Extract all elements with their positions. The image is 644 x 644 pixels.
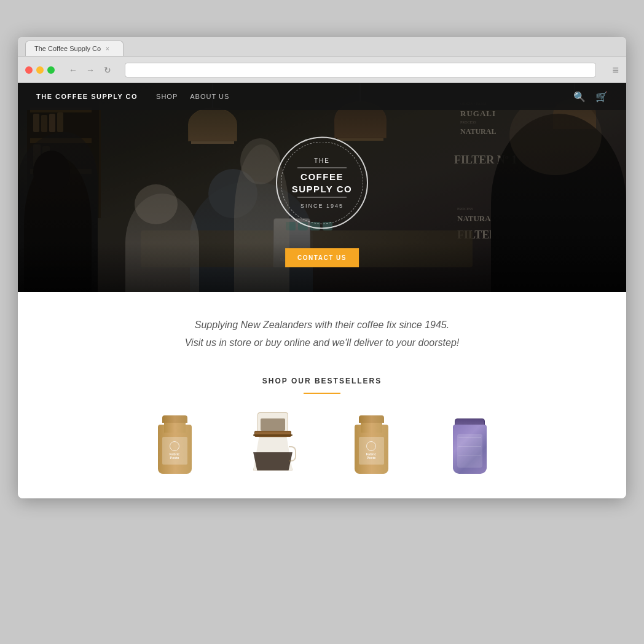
contact-us-button[interactable]: CONTACT US [285,248,359,267]
refresh-button[interactable]: ↻ [101,64,114,76]
browser-toolbar: ← → ↻ ≡ [18,57,626,83]
maximize-button[interactable] [47,66,55,74]
forward-button[interactable]: → [84,64,96,76]
site-logo[interactable]: THE COFFEE SUPPLY CO [36,93,138,100]
tab-bar: The Coffee Supply Co × [18,37,626,57]
address-bar-container [125,63,596,77]
address-bar[interactable] [125,63,596,77]
tab-close-button[interactable]: × [106,45,109,52]
tagline-section: Supplying New Zealanders with their coff… [18,292,626,364]
hero-divider-bottom [297,197,347,198]
product-bag1-image: FabricPesto [155,415,195,474]
browser-tab[interactable]: The Coffee Supply Co × [25,41,124,56]
back-button[interactable]: ← [67,64,79,76]
website-content: THE COFFEE SUPPLY CO SHOP ABOUT US 🔍 🛒 [18,83,626,498]
hero-logo-since: SINCE 1945 [300,203,344,209]
bestsellers-underline [304,393,340,394]
search-icon[interactable]: 🔍 [573,91,586,103]
cart-icon[interactable]: 🛒 [595,91,608,103]
hero-divider-top [297,168,347,168]
hero-logo-brand: COFFEESUPPLY CO [292,171,353,195]
site-navigation: THE COFFEE SUPPLY CO SHOP ABOUT US 🔍 🛒 [18,83,626,110]
product-item-bag1[interactable]: FabricPesto [138,415,211,474]
browser-menu-icon[interactable]: ≡ [612,64,619,77]
traffic-lights [25,66,55,74]
product-item-bag2[interactable]: FabricPeste [334,415,408,474]
close-button[interactable] [25,66,33,74]
product-item-chemex[interactable] [236,412,310,474]
product-item-cup[interactable] [433,418,506,474]
nav-link-shop[interactable]: SHOP [156,93,178,100]
site-nav-links: SHOP ABOUT US [156,93,573,100]
hero-section: ORIGIN / FARM RUGALI PROCESS NATURAL FIL… [18,83,626,292]
hero-logo-the: THE [314,157,330,164]
hero-logo-emblem: THE COFFEESUPPLY CO SINCE 1945 [276,137,368,229]
site-nav-actions: 🔍 🛒 [573,91,608,103]
product-chemex-image [248,412,297,474]
bestsellers-section: SHOP OUR BESTSELLERS F [18,364,626,498]
minimize-button[interactable] [36,66,44,74]
product-cup-image [450,418,490,474]
bestsellers-title: SHOP OUR BESTSELLERS [42,377,602,385]
nav-link-about[interactable]: ABOUT US [190,93,229,100]
products-grid: FabricPesto [42,412,602,474]
browser-navigation: ← → ↻ [67,64,114,76]
product-bag2-image: FabricPeste [351,415,391,474]
browser-window: The Coffee Supply Co × ← → ↻ ≡ THE COFFE… [18,37,626,498]
tagline-line-1: Supplying New Zealanders with their coff… [30,316,614,334]
tagline-line-2: Visit us in store or buy online and we'l… [30,334,614,352]
tab-label: The Coffee Supply Co [34,45,101,52]
